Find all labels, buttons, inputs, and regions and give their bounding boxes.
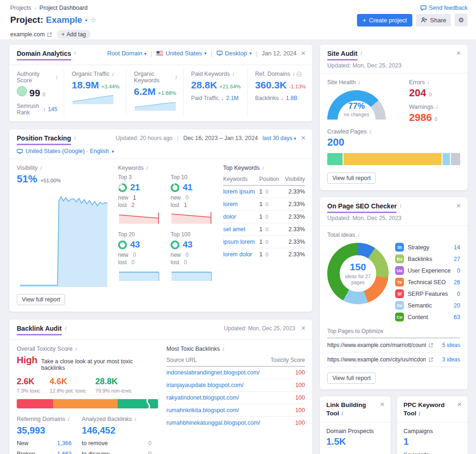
info-icon: i (222, 346, 224, 352)
info-icon: i (134, 416, 136, 422)
non-toxic-metric: 28.8K 79.9% non-toxic (95, 377, 132, 394)
analyzed-backlinks-block: Analyzed Backlinksi 146,452 to remove0 t… (82, 416, 158, 454)
close-icon[interactable]: ✕ (301, 50, 306, 57)
table-row: rakyatindonet.blogspot.com/ 100 (166, 392, 305, 404)
info-icon: i (369, 128, 371, 135)
ref-domains-value[interactable]: 360.3K (255, 80, 287, 91)
project-name-dropdown[interactable]: Example (46, 15, 82, 25)
send-feedback-label: Send feedback (429, 5, 468, 11)
errors-value[interactable]: 204 (409, 87, 426, 99)
legend-item-technical-seo: TeTechnical SEO26 (395, 278, 460, 287)
domain-prospects-label: Domain Prospects (326, 428, 384, 434)
keyword-link[interactable]: lorem dolor (223, 251, 252, 258)
info-icon: i (358, 79, 360, 86)
keyword-link[interactable]: ipsum lorem (223, 239, 255, 245)
close-icon[interactable]: ✕ (456, 50, 461, 57)
keyword-link[interactable]: dolor (223, 214, 236, 220)
position-tracking-widget: Position Tracking i United States (Googl… (9, 129, 312, 312)
column-header-source-url: Source URL (166, 355, 268, 367)
chevron-down-icon: ▾ (112, 149, 114, 154)
keyword-group-top3: Top 3 21 new1 lost2 (118, 174, 164, 227)
project-domain-link[interactable]: example.com (10, 31, 52, 38)
scope-dropdown[interactable]: Root Domain ▾ (107, 50, 146, 57)
close-icon[interactable]: ✕ (456, 202, 461, 209)
progress-ring-icon (171, 240, 179, 249)
date-label: Jan 12, 2024 (262, 50, 297, 57)
chevron-down-icon[interactable]: ▾ (85, 18, 87, 23)
ideas-link[interactable]: 5 ideas (442, 342, 460, 348)
pot-toxic-metric: 4.6K 12.8% pot. toxic (50, 377, 86, 394)
table-row: dolor 10 2.33% (223, 211, 305, 223)
warnings-value[interactable]: 2986 (409, 112, 432, 124)
info-icon: i (146, 165, 148, 171)
ideas-link[interactable]: 3 ideas (442, 356, 460, 363)
page-url: https://www.example.com/city/us/mcdonou.… (327, 356, 426, 363)
info-icon: i (74, 50, 76, 56)
organic-keywords-value[interactable]: 6.2M (134, 86, 156, 97)
close-icon[interactable]: ✕ (380, 401, 385, 418)
device-dropdown[interactable]: Desktop ▾ (217, 50, 252, 57)
create-project-button[interactable]: + Create project (357, 14, 412, 27)
serp-features-badge-icon: Sf (395, 289, 404, 298)
campaigns-value[interactable]: 1 (403, 436, 461, 447)
keyword-group-top100: Top 100 43 new0 lost0 (171, 231, 217, 284)
column-header-keywords: Keywords (223, 174, 259, 186)
add-tag-label: Add tag (66, 31, 86, 38)
keyword-link[interactable]: set amet (223, 226, 245, 233)
backlink-url-link[interactable]: rakyatindonet.blogspot.com/ (166, 394, 239, 401)
info-icon: i (67, 416, 69, 422)
locale-dropdown[interactable]: United States (Google) · English ▾ (17, 148, 114, 154)
view-full-report-button[interactable]: View full report (327, 173, 376, 184)
referring-domains-value: 35,993 (17, 425, 82, 436)
backlink-url-link[interactable]: irianjayaupdate.blogspot.com/ (166, 382, 244, 388)
breadcrumb-projects[interactable]: Projects (10, 5, 31, 11)
backlink-url-link[interactable]: indonesiabrandingnet.blogspot.com/ (166, 369, 260, 376)
range-selector-dropdown[interactable]: last 30 days ▾ (263, 135, 296, 141)
close-icon[interactable]: ✕ (457, 401, 462, 418)
divider: | (211, 50, 212, 57)
favorite-star-icon[interactable]: ☆ (90, 16, 96, 24)
country-dropdown[interactable]: United States ▾ (156, 50, 206, 57)
toxicity-block: Overall Toxicity Scorei High Take a clos… (17, 346, 166, 454)
domain-prospects-value[interactable]: 1.5K (326, 436, 384, 447)
view-full-report-button[interactable]: View full report (17, 294, 65, 305)
project-domain: example.com (10, 31, 45, 38)
share-label: Share (430, 17, 446, 24)
keyword-link[interactable]: lorem ipsum (223, 188, 255, 195)
progress-ring-icon (171, 183, 179, 192)
settings-gear-button[interactable]: ⚙ (455, 13, 468, 27)
ppc-keyword-tool-widget: PPC Keyword Tool i ✕ Campaigns 1 Keyword… (397, 396, 468, 454)
table-row: rumahnkrikita.blogspot.com/ 100 (166, 404, 305, 417)
external-link-icon[interactable] (429, 343, 433, 347)
close-icon[interactable]: ✕ (301, 325, 306, 332)
external-link-icon[interactable] (429, 357, 433, 362)
on-page-seo-checker-widget: On Page SEO Checker i ✕ Updated: Mon, De… (320, 197, 468, 389)
table-row: lorem 10 2.33% (223, 198, 305, 211)
progress-ring-icon (118, 183, 127, 192)
arrow-down-icon: ↓ (221, 95, 224, 101)
backlink-audit-widget: Backlink Audit i Updated: Mon, Dec 25, 2… (9, 320, 312, 454)
divider: | (151, 50, 152, 57)
monitor-icon (17, 149, 23, 154)
monitor-icon (217, 51, 223, 56)
send-feedback-link[interactable]: Send feedback (420, 5, 468, 11)
legend-item-strategy: StStrategy14 (395, 243, 460, 252)
add-tag-button[interactable]: + Add tag (57, 30, 90, 39)
toxic-metric: 2.6K 7.3% toxic (17, 377, 40, 394)
widget-title-site-audit: Site Audit (327, 50, 357, 60)
table-row: lorem dolor 10 2.33% (223, 248, 305, 261)
keyword-link[interactable]: lorem (223, 201, 238, 207)
paid-keywords-value[interactable]: 28.8K (191, 80, 217, 91)
organic-traffic-value[interactable]: 18.9M (72, 80, 99, 91)
close-icon[interactable]: ✕ (301, 134, 306, 141)
legend-item-user-experience: UxUser Experience0 (395, 266, 460, 275)
column-header-toxicity-score: Toxicity Score (268, 355, 305, 367)
backlink-url-link[interactable]: rumahbhinekatunggal.blogspot.com/ (166, 420, 260, 426)
table-row: irianjayaupdate.blogspot.com/ 100 (166, 379, 305, 392)
share-button[interactable]: Share (416, 14, 451, 27)
backlink-url-link[interactable]: rumahnkrikita.blogspot.com/ (166, 407, 239, 414)
widget-title-backlink-audit: Backlink Audit (17, 325, 62, 335)
view-full-report-button[interactable]: View full report (327, 373, 376, 384)
progress-ring-icon (118, 240, 127, 249)
toxicity-score: High (17, 355, 37, 366)
